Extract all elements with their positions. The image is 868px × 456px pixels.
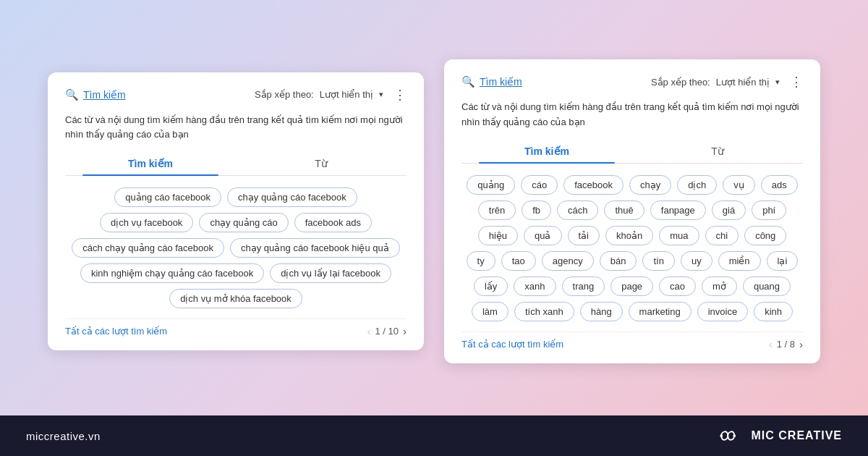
brand-name: MIC CREATIVE xyxy=(752,429,842,442)
tag-item[interactable]: lấy xyxy=(474,276,508,296)
tag-item[interactable]: cách chạy quảng cáo facebook xyxy=(72,238,224,258)
pagination-2: ‹ 1 / 8 › xyxy=(769,338,803,350)
tag-item[interactable]: công xyxy=(744,226,786,245)
next-arrow-1[interactable]: › xyxy=(403,325,407,337)
tag-item[interactable]: quảng xyxy=(467,175,515,195)
sort-value-2[interactable]: Lượt hiển thị xyxy=(716,77,770,88)
bottom-bar: miccreative.vn MIC CREATIVE xyxy=(0,415,868,456)
tag-item[interactable]: khoản xyxy=(605,226,653,245)
tag-item[interactable]: hàng xyxy=(580,302,623,321)
tag-item[interactable]: kinh nghiệm chạy quảng cáo facebook xyxy=(80,263,264,283)
tag-item[interactable]: chạy quảng cáo xyxy=(199,213,288,232)
tags-container-2: quảngcáofacebookchạydịchvụadstrênfbcácht… xyxy=(461,175,803,321)
search-icon-2: 🔍 xyxy=(461,75,475,88)
tag-item[interactable]: facebook ads xyxy=(294,213,372,232)
tag-item[interactable]: giá xyxy=(712,200,746,220)
next-arrow-2[interactable]: › xyxy=(799,338,803,350)
tag-item[interactable]: agency xyxy=(542,251,594,271)
tag-item[interactable]: tín xyxy=(642,251,674,271)
tag-item[interactable]: invoice xyxy=(697,302,748,321)
tag-item[interactable]: fb xyxy=(522,200,551,220)
search-area-1: 🔍 Tìm kiếm xyxy=(65,88,126,101)
prev-arrow-1[interactable]: ‹ xyxy=(367,325,370,337)
tag-item[interactable]: ty xyxy=(467,251,495,271)
tag-item[interactable]: marketing xyxy=(629,302,692,321)
tag-item[interactable]: dịch vụ facebook xyxy=(100,213,193,232)
tag-item[interactable]: hiệu xyxy=(478,226,518,245)
tag-item[interactable]: facebook xyxy=(563,175,624,195)
tab-words-2[interactable]: Từ xyxy=(632,141,803,163)
search-area-2: 🔍 Tìm kiếm xyxy=(461,75,522,88)
description-2: Các từ và nội dung tìm kiếm hàng đầu trê… xyxy=(461,100,803,129)
tag-item[interactable]: cách xyxy=(557,200,598,220)
sort-arrow-2[interactable]: ▾ xyxy=(775,77,780,87)
svg-point-0 xyxy=(720,434,723,437)
tag-item[interactable]: quảng cáo facebook xyxy=(114,187,221,207)
card-2: 🔍 Tìm kiếm Sắp xếp theo: Lượt hiển thị ▾… xyxy=(444,59,820,363)
tags-container-1: quảng cáo facebookchạy quảng cáo faceboo… xyxy=(65,187,407,308)
tag-item[interactable]: xanh xyxy=(514,276,556,296)
sort-prefix-1: Sắp xếp theo: xyxy=(255,89,314,100)
tag-item[interactable]: ads xyxy=(761,175,798,195)
tag-item[interactable]: mở xyxy=(702,276,737,296)
tag-item[interactable]: dịch vụ lấy lại facebook xyxy=(270,263,391,283)
tag-item[interactable]: tải xyxy=(568,226,600,245)
sort-area-2: Sắp xếp theo: Lượt hiển thị ▾ ⋮ xyxy=(651,74,803,90)
tag-item[interactable]: vụ xyxy=(723,175,755,195)
prev-arrow-2[interactable]: ‹ xyxy=(769,338,773,350)
mic-creative-logo-icon xyxy=(717,427,744,444)
tag-item[interactable]: cao xyxy=(659,276,696,296)
tag-item[interactable]: dịch vụ mở khóa facebook xyxy=(169,289,302,308)
tag-item[interactable]: chạy xyxy=(629,175,671,195)
tag-item[interactable]: trang xyxy=(562,276,605,296)
brand-logo: MIC CREATIVE xyxy=(717,427,842,444)
more-icon-1[interactable]: ⋮ xyxy=(393,87,407,103)
tab-header-1: Tìm kiếm Từ xyxy=(65,153,407,176)
svg-point-1 xyxy=(733,434,736,437)
tag-item[interactable]: miền xyxy=(718,251,761,271)
pagination-1: ‹ 1 / 10 › xyxy=(367,325,407,337)
tag-item[interactable]: tích xanh xyxy=(514,302,574,321)
card-1-header: 🔍 Tìm kiếm Sắp xếp theo: Lượt hiển thị ▾… xyxy=(65,87,407,103)
tag-item[interactable]: lại xyxy=(767,251,799,271)
tag-item[interactable]: quang xyxy=(743,276,791,296)
tag-item[interactable]: mua xyxy=(659,226,699,245)
tag-item[interactable]: cáo xyxy=(521,175,558,195)
tag-item[interactable]: dịch xyxy=(677,175,717,195)
tab-words-1[interactable]: Từ xyxy=(236,153,407,175)
tag-item[interactable]: chạy quảng cáo facebook hiệu quả xyxy=(230,238,400,258)
pag-text-2: 1 / 8 xyxy=(777,339,795,350)
tag-item[interactable]: uy xyxy=(681,251,712,271)
tag-item[interactable]: page xyxy=(610,276,653,296)
all-link-2[interactable]: Tất cả các lượt tìm kiếm xyxy=(461,339,563,350)
brand-url: miccreative.vn xyxy=(26,430,101,442)
tag-item[interactable]: chi xyxy=(705,226,739,245)
tab-search-2[interactable]: Tìm kiếm xyxy=(461,141,632,163)
tab-search-1[interactable]: Tìm kiếm xyxy=(65,153,236,175)
sort-prefix-2: Sắp xếp theo: xyxy=(651,77,710,88)
tag-item[interactable]: chạy quảng cáo facebook xyxy=(227,187,357,207)
tag-item[interactable]: fanpage xyxy=(650,200,706,220)
card-1: 🔍 Tìm kiếm Sắp xếp theo: Lượt hiển thị ▾… xyxy=(48,72,424,350)
tag-item[interactable]: làm xyxy=(472,302,509,321)
search-icon-1: 🔍 xyxy=(65,88,79,101)
tag-item[interactable]: tao xyxy=(501,251,536,271)
main-area: 🔍 Tìm kiếm Sắp xếp theo: Lượt hiển thị ▾… xyxy=(0,0,868,415)
tag-item[interactable]: kinh xyxy=(754,302,793,321)
tag-item[interactable]: phí xyxy=(752,200,786,220)
more-icon-2[interactable]: ⋮ xyxy=(790,74,803,90)
tag-item[interactable]: thuê xyxy=(604,200,644,220)
sort-arrow-1[interactable]: ▾ xyxy=(379,90,383,99)
search-label-2[interactable]: Tìm kiếm xyxy=(480,76,522,88)
search-label-1[interactable]: Tìm kiếm xyxy=(83,89,126,101)
card-2-header: 🔍 Tìm kiếm Sắp xếp theo: Lượt hiển thị ▾… xyxy=(461,74,803,90)
card-1-footer: Tất cả các lượt tìm kiếm ‹ 1 / 10 › xyxy=(65,318,407,337)
card-2-footer: Tất cả các lượt tìm kiếm ‹ 1 / 8 › xyxy=(461,332,803,350)
tag-item[interactable]: bán xyxy=(600,251,637,271)
tag-item[interactable]: quả xyxy=(524,226,561,245)
tab-header-2: Tìm kiếm Từ xyxy=(461,141,803,164)
description-1: Các từ và nội dung tìm kiếm hàng đầu trê… xyxy=(65,113,407,142)
sort-value-1[interactable]: Lượt hiển thị xyxy=(320,89,373,100)
all-link-1[interactable]: Tất cả các lượt tìm kiếm xyxy=(65,326,167,337)
tag-item[interactable]: trên xyxy=(478,200,516,220)
